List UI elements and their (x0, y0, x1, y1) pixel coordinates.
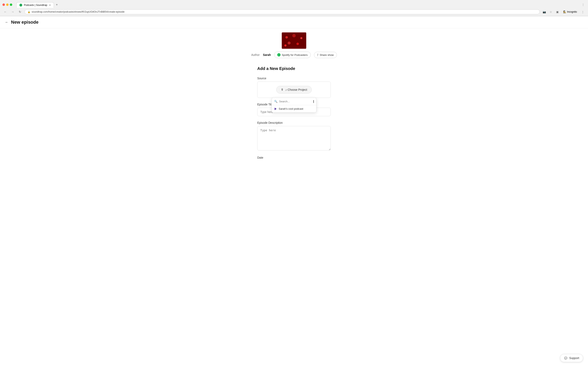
tab-more-btn[interactable]: ⋮ (581, 2, 586, 7)
active-tab[interactable]: 🎵 Podcasts | Soundtrap ✕ (16, 2, 54, 8)
incognito-label: Incognito (567, 10, 577, 13)
microphone-icon: 🎙 (281, 88, 284, 91)
date-label: Date (257, 156, 331, 159)
dropdown-search: 🔍 (272, 98, 316, 105)
back-nav-btn[interactable]: ← (2, 9, 8, 15)
source-box: 🎙 ♪ Choose Project 🔍 Sarah's cool podcas… (257, 82, 331, 98)
maximize-window-btn[interactable] (10, 3, 12, 6)
play-icon (275, 108, 277, 110)
forward-nav-btn[interactable]: → (10, 9, 16, 15)
tab-bar: 🎵 Podcasts | Soundtrap ✕ + (16, 2, 579, 8)
incognito-icon: 🕵 (563, 10, 566, 13)
spotify-podcasters-btn[interactable]: ♪ Spotify for Podcasters (274, 52, 311, 58)
lock-icon: 🔒 (27, 11, 30, 13)
bookmark-btn[interactable]: ☆ (548, 9, 554, 15)
support-label: Support (569, 356, 579, 360)
share-show-btn[interactable]: ⤴ Share show (314, 52, 337, 58)
spotify-btn-label: Spotify for Podcasters (282, 53, 308, 57)
traffic-lights (2, 3, 12, 6)
page-title: New episode (11, 20, 38, 25)
browser-navbar: ← → ↻ 🔒 soundtrap.com/home/creator/podca… (0, 8, 588, 16)
form-section: Add a New Episode Source 🎙 ♪ Choose Proj… (253, 60, 335, 170)
episode-description-label: Episode Description (257, 121, 331, 124)
minimize-window-btn[interactable] (6, 3, 9, 6)
browser-sidebar-btn[interactable]: ▣ (554, 9, 560, 15)
search-input[interactable] (279, 100, 311, 103)
browser-chrome: 🎵 Podcasts | Soundtrap ✕ + ⋮ ← → ↻ 🔒 sou… (0, 0, 588, 16)
author-name: Sarah (263, 53, 271, 57)
support-btn[interactable]: 💬 Support (560, 354, 583, 362)
episode-description-group: Episode Description (257, 121, 331, 151)
url-text: soundtrap.com/home/creator/podcasts/show… (32, 10, 125, 13)
page-content: ← New episode Author Sarah ♪ Spotify for… (0, 16, 588, 367)
tab-title: Podcasts | Soundtrap (24, 4, 47, 7)
source-group: Source 🎙 ♪ Choose Project 🔍 Sarah's coo (257, 77, 331, 98)
form-heading: Add a New Episode (257, 66, 331, 71)
incognito-btn[interactable]: 🕵 Incognito (561, 9, 579, 14)
choose-project-label: ♪ Choose Project (285, 88, 307, 91)
chat-icon: 💬 (564, 356, 568, 360)
new-tab-btn[interactable]: + (54, 2, 60, 8)
page-header: ← New episode (0, 16, 588, 28)
search-cursor (313, 100, 314, 103)
podcast-thumbnail (282, 33, 306, 49)
dropdown-item-sarah-podcast[interactable]: Sarah's cool podcast (272, 105, 316, 112)
nav-actions: 📷 ☆ ▣ 🕵 Incognito ⋮ (541, 9, 586, 15)
author-label: Author (251, 53, 260, 57)
tab-favicon: 🎵 (19, 4, 22, 7)
camera-off-icon[interactable]: 📷 (541, 9, 547, 15)
date-group: Date (257, 156, 331, 159)
podcast-hero: Author Sarah ♪ Spotify for Podcasters ⤴ … (0, 28, 588, 60)
choose-project-btn[interactable]: 🎙 ♪ Choose Project (276, 86, 312, 94)
podcast-meta: Author Sarah ♪ Spotify for Podcasters ⤴ … (251, 52, 337, 58)
tab-close-btn[interactable]: ✕ (49, 4, 51, 7)
share-icon: ⤴ (317, 53, 319, 57)
close-window-btn[interactable] (2, 3, 5, 6)
spotify-icon: ♪ (277, 53, 281, 57)
share-btn-label: Share show (320, 53, 334, 57)
dropdown-item-label: Sarah's cool podcast (279, 107, 303, 110)
search-icon: 🔍 (274, 100, 277, 103)
more-options-btn[interactable]: ⋮ (580, 9, 586, 15)
reload-btn[interactable]: ↻ (17, 9, 23, 15)
address-bar[interactable]: 🔒 soundtrap.com/home/creator/podcasts/sh… (25, 9, 540, 14)
episode-description-textarea[interactable] (257, 126, 331, 150)
source-label: Source (257, 77, 331, 80)
dropdown-menu: 🔍 Sarah's cool podcast (272, 98, 316, 113)
back-button[interactable]: ← (5, 20, 9, 25)
